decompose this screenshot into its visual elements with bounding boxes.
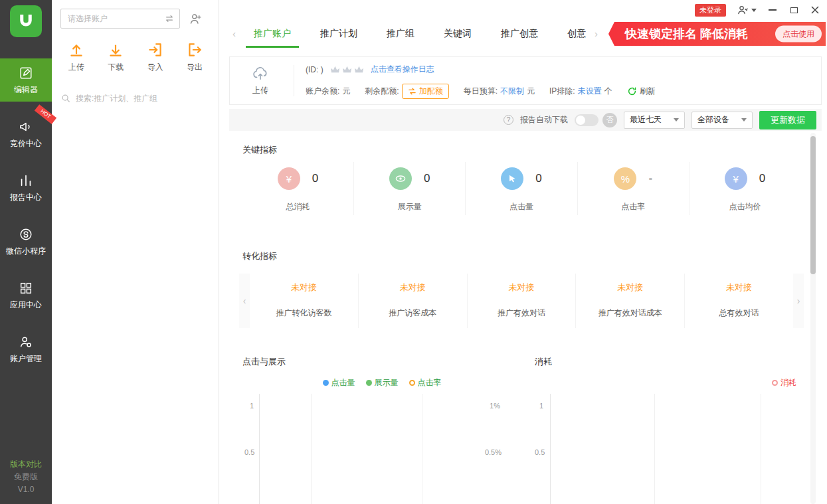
upload-account-button[interactable]: 上传 — [230, 57, 291, 104]
tab-bar: ‹ 推广账户 推广计划 推广组 关键词 推广创意 创意 › — [229, 19, 613, 48]
level-crown-icon — [330, 65, 340, 74]
add-quota-button[interactable]: 加配额 — [402, 84, 449, 99]
upload-button[interactable]: 上传 — [60, 41, 93, 73]
tabs-strip: 推广账户 推广计划 推广组 关键词 推广创意 创意 — [239, 19, 591, 48]
metric-value: 0 — [424, 172, 430, 185]
y-axis-line — [550, 394, 551, 504]
metric-avg-cpc: ¥ 0 点击均价 — [689, 162, 800, 215]
transfer-coin-icon — [408, 87, 416, 96]
yen-circle-icon: ¥ — [725, 167, 747, 190]
tab-promotion-group[interactable]: 推广组 — [372, 19, 429, 48]
promo-cta-button[interactable]: 点击使用 — [775, 26, 822, 42]
legend-item-impressions[interactable]: 展示量 — [366, 377, 399, 388]
metric-total-cost: ¥ 0 总消耗 — [242, 162, 354, 215]
conversion-metric-dialog-cost: 未对接 推广有效对话成本 — [576, 274, 685, 328]
budget-value-link[interactable]: 不限制 — [500, 86, 524, 97]
chevron-right-icon[interactable]: › — [793, 274, 804, 328]
quota-label: 剩余配额: — [365, 86, 399, 97]
cloud-upload-icon — [250, 65, 270, 82]
report-toolbar: ? 报告自动下载 否 最近七天 全部设备 更新数据 — [229, 109, 822, 131]
auto-download-toggle[interactable] — [575, 114, 598, 126]
user-gear-icon — [19, 335, 33, 349]
metric-label: 展示量 — [354, 201, 465, 212]
date-range-select[interactable]: 最近七天 — [624, 112, 685, 129]
legend-item-ctr[interactable]: 点击率 — [409, 377, 442, 388]
user-menu[interactable] — [737, 5, 757, 16]
legend-item-clicks[interactable]: 点击量 — [323, 377, 355, 388]
edition-label: 免费版 — [0, 471, 52, 483]
user-icon — [737, 5, 748, 16]
help-icon[interactable]: ? — [504, 115, 513, 125]
key-metrics-title: 关键指标 — [242, 144, 277, 156]
legend-dot-icon — [366, 380, 372, 386]
download-button[interactable]: 下载 — [99, 41, 132, 73]
account-level-icons — [330, 65, 364, 74]
conversion-value: 未对接 — [576, 282, 684, 294]
download-icon — [107, 41, 124, 58]
gridline — [422, 394, 422, 504]
conversion-metric-visitors: 未对接 推广转化访客数 — [250, 274, 359, 328]
y-tick-right: 1% — [490, 402, 500, 410]
metric-value: 0 — [759, 172, 765, 185]
tabs-scroll-left[interactable]: ‹ — [229, 24, 239, 42]
sidebar-item-bidding-center[interactable]: HOT 竞价中心 — [0, 112, 52, 155]
megaphone-icon — [19, 120, 33, 134]
tab-promotion-creative[interactable]: 推广创意 — [486, 19, 553, 48]
sidebar-item-account-management[interactable]: 账户管理 — [0, 327, 52, 371]
version-compare-link[interactable]: 版本对比 — [0, 458, 52, 471]
sidebar-item-wechat-miniprogram[interactable]: 微信小程序 — [0, 220, 52, 263]
add-account-button[interactable] — [189, 12, 203, 26]
metric-label: 总消耗 — [242, 201, 353, 212]
ip-exclude-label: IP排除: — [549, 86, 575, 97]
operation-log-link[interactable]: 点击查看操作日志 — [371, 64, 434, 75]
tab-promotion-account[interactable]: 推广账户 — [239, 19, 306, 48]
login-status-badge[interactable]: 未登录 — [695, 4, 726, 17]
chevron-down-icon — [741, 118, 747, 122]
legend-ring-icon — [772, 380, 778, 386]
minimize-button[interactable] — [767, 5, 778, 15]
eye-icon — [389, 167, 412, 190]
legend-item-cost[interactable]: 消耗 — [772, 377, 796, 388]
update-data-button[interactable]: 更新数据 — [759, 111, 816, 129]
export-button[interactable]: 导出 — [178, 41, 211, 73]
sidebar: 编辑器 HOT 竞价中心 报告中心 微信小程序 应用中心 账户管理 — [0, 0, 52, 504]
gridline — [311, 394, 312, 504]
balance-unit: 元 — [342, 86, 350, 97]
chart-title: 消耗 — [535, 356, 808, 368]
search-input[interactable] — [74, 93, 207, 104]
sidebar-menu: 编辑器 HOT 竞价中心 报告中心 微信小程序 应用中心 账户管理 — [0, 58, 52, 381]
budget-label: 每日预算: — [464, 86, 498, 97]
chevron-left-icon[interactable]: ‹ — [239, 274, 250, 328]
account-select[interactable] — [60, 9, 180, 29]
tab-keywords[interactable]: 关键词 — [429, 19, 486, 48]
tab-promotion-plan[interactable]: 推广计划 — [306, 19, 372, 48]
swap-icon[interactable] — [165, 14, 174, 23]
chart-plot: 1 0.5 1% 0.5% — [242, 394, 521, 504]
add-user-icon — [189, 12, 203, 26]
scrollbar-thumb[interactable] — [810, 136, 816, 274]
metric-impressions: 0 展示量 — [354, 162, 466, 215]
app-grid-icon — [19, 281, 33, 295]
promo-banner[interactable]: 快速锁定排名 降低消耗 点击使用 — [614, 22, 826, 46]
ip-exclude-unit: 个 — [604, 86, 612, 97]
plan-search[interactable] — [61, 93, 207, 104]
tabs-scroll-right[interactable]: › — [591, 24, 601, 42]
sidebar-item-report-center[interactable]: 报告中心 — [0, 166, 52, 209]
legend-label: 展示量 — [375, 377, 399, 388]
ip-exclude-link[interactable]: 未设置 — [578, 86, 602, 97]
sidebar-item-label: 应用中心 — [0, 299, 52, 311]
device-select[interactable]: 全部设备 — [691, 112, 753, 129]
tab-creative[interactable]: 创意 — [553, 19, 591, 48]
clicks-impressions-chart: 点击与展示 点击量 展示量 点击率 1 0.5 1% 0.5 — [242, 356, 521, 504]
sidebar-item-app-center[interactable]: 应用中心 — [0, 274, 52, 317]
y-tick: 0.5 — [244, 448, 254, 456]
auto-download-label: 报告自动下载 — [520, 114, 568, 126]
import-button[interactable]: 导入 — [139, 41, 172, 73]
close-button[interactable] — [810, 5, 820, 15]
refresh-button[interactable]: 刷新 — [627, 86, 656, 97]
yen-icon: ¥ — [278, 167, 300, 190]
sidebar-item-label: 竞价中心 — [0, 138, 52, 149]
account-select-input[interactable] — [66, 13, 162, 24]
maximize-button[interactable] — [788, 5, 799, 15]
sidebar-item-editor[interactable]: 编辑器 — [0, 58, 52, 102]
